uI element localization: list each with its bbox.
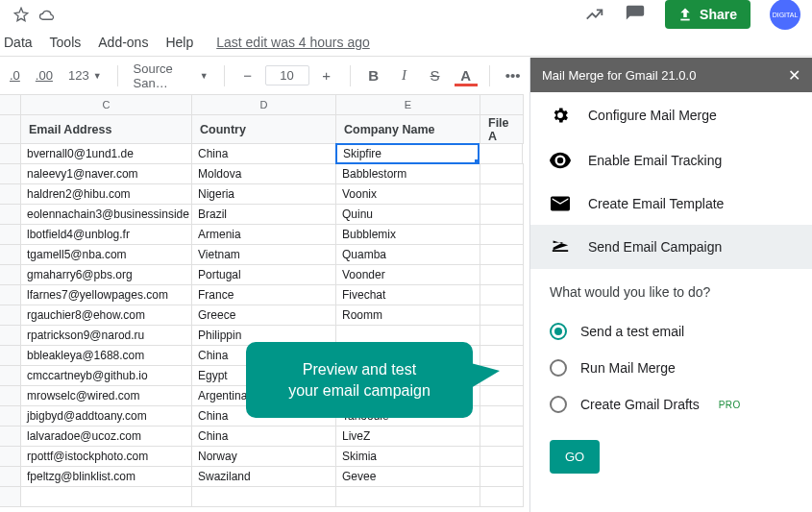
table-row[interactable]: lalvaradoe@ucoz.comChinaLiveZ bbox=[0, 427, 524, 447]
cell-file[interactable] bbox=[480, 285, 524, 305]
cell-country[interactable] bbox=[192, 487, 336, 506]
cell-company[interactable]: Babblestorm bbox=[336, 164, 480, 183]
menu-tools[interactable]: Tools bbox=[50, 35, 82, 50]
cell-company[interactable]: Gevee bbox=[336, 467, 480, 486]
cell-email[interactable]: naleevy1@naver.com bbox=[21, 164, 192, 183]
sidebar-item-template[interactable]: Create Email Template bbox=[530, 183, 812, 225]
avatar[interactable]: DIGITAL bbox=[770, 0, 800, 30]
cell-country[interactable]: China bbox=[192, 144, 336, 163]
cell-file[interactable] bbox=[480, 205, 524, 224]
table-row[interactable]: lfarnes7@yellowpages.comFranceFivechat bbox=[0, 285, 524, 305]
header-country[interactable]: Country bbox=[192, 115, 336, 143]
font-size-field[interactable]: 10 bbox=[265, 65, 309, 85]
cell-company[interactable]: Voonder bbox=[336, 265, 480, 284]
cell-file[interactable] bbox=[480, 427, 524, 446]
cell-company[interactable]: Skimia bbox=[336, 447, 480, 466]
cell-file[interactable] bbox=[480, 305, 524, 325]
cell-country[interactable]: China bbox=[192, 427, 336, 446]
table-row[interactable]: bvernall0@1und1.deChinaSkipfire bbox=[0, 144, 524, 164]
cell-email[interactable] bbox=[21, 487, 192, 506]
cell-company[interactable]: Voonix bbox=[336, 184, 480, 204]
cell-country[interactable]: Vietnam bbox=[192, 245, 336, 264]
cell-file[interactable] bbox=[480, 386, 524, 405]
decimal-increase[interactable]: .00 bbox=[30, 64, 59, 86]
cell-file[interactable] bbox=[480, 144, 523, 163]
cell-company[interactable]: Quinu bbox=[336, 205, 480, 224]
cell-file[interactable] bbox=[480, 164, 524, 183]
cell-email[interactable]: rgauchier8@ehow.com bbox=[21, 305, 192, 325]
sidebar-item-configure[interactable]: Configure Mail Merge bbox=[530, 92, 812, 138]
column-e[interactable]: E bbox=[336, 95, 480, 114]
cell-file[interactable] bbox=[480, 245, 524, 264]
table-row[interactable]: eolennachain3@businessinsideBrazilQuinu bbox=[0, 205, 524, 225]
option-create-drafts[interactable]: Create Gmail Drafts PRO bbox=[550, 386, 793, 423]
table-row[interactable]: rgauchier8@ehow.comGreeceRoomm bbox=[0, 305, 524, 326]
menu-addons[interactable]: Add-ons bbox=[98, 35, 148, 50]
cell-company[interactable]: Roomm bbox=[336, 305, 480, 325]
cell-company[interactable]: LiveZ bbox=[336, 427, 480, 446]
cell-company[interactable]: Skipfire bbox=[335, 143, 480, 164]
cell-file[interactable] bbox=[480, 467, 524, 486]
cell-country[interactable]: France bbox=[192, 285, 336, 305]
strikethrough-button[interactable]: S bbox=[422, 62, 449, 89]
trend-icon[interactable] bbox=[584, 4, 605, 25]
cell-file[interactable] bbox=[480, 225, 524, 244]
cell-email[interactable]: eolennachain3@businessinside bbox=[21, 205, 192, 224]
comments-icon[interactable] bbox=[625, 4, 646, 25]
option-send-test[interactable]: Send a test email bbox=[550, 313, 793, 350]
corner[interactable] bbox=[0, 95, 21, 114]
cell-email[interactable]: haldren2@hibu.com bbox=[21, 184, 192, 204]
column-f[interactable] bbox=[480, 95, 524, 114]
table-row[interactable]: tgamell5@nba.comVietnamQuamba bbox=[0, 245, 524, 265]
more-toolbar-button[interactable]: ••• bbox=[500, 62, 527, 89]
option-run-merge[interactable]: Run Mail Merge bbox=[550, 350, 793, 386]
cell-country[interactable]: Swaziland bbox=[192, 467, 336, 486]
cell-email[interactable]: bbleakleya@1688.com bbox=[21, 346, 192, 365]
cell-file[interactable] bbox=[480, 326, 524, 345]
cell-company[interactable]: Quamba bbox=[336, 245, 480, 264]
menu-help[interactable]: Help bbox=[165, 35, 193, 50]
cell-file[interactable] bbox=[480, 447, 524, 466]
table-row[interactable]: fpeltzg@blinklist.comSwazilandGevee bbox=[0, 467, 524, 487]
column-c[interactable]: C bbox=[21, 95, 192, 114]
cell-company[interactable] bbox=[336, 487, 480, 506]
table-row[interactable]: naleevy1@naver.comMoldovaBabblestorm bbox=[0, 164, 524, 184]
sidebar-item-send[interactable]: Send Email Campaign bbox=[530, 225, 812, 269]
cell-email[interactable]: mrowselc@wired.com bbox=[21, 386, 192, 405]
font-size-decrease[interactable]: − bbox=[234, 62, 261, 89]
table-row[interactable]: gmaharry6@pbs.orgPortugalVoonder bbox=[0, 265, 524, 285]
cell-email[interactable]: bvernall0@1und1.de bbox=[21, 144, 192, 163]
italic-button[interactable]: I bbox=[391, 62, 418, 89]
table-row[interactable]: haldren2@hibu.comNigeriaVoonix bbox=[0, 184, 524, 205]
text-color-button[interactable]: A bbox=[453, 62, 480, 89]
bold-button[interactable]: B bbox=[360, 62, 387, 89]
cell-country[interactable]: Portugal bbox=[192, 265, 336, 284]
last-edit[interactable]: Last edit was 4 hours ago bbox=[216, 35, 370, 50]
go-button[interactable]: GO bbox=[550, 440, 600, 474]
cell-email[interactable]: rpatrickson9@narod.ru bbox=[21, 326, 192, 345]
cell-country[interactable]: Nigeria bbox=[192, 184, 336, 204]
table-row[interactable] bbox=[0, 487, 524, 507]
menu-data[interactable]: Data bbox=[4, 35, 33, 50]
cell-email[interactable]: lalvaradoe@ucoz.com bbox=[21, 427, 192, 446]
cell-file[interactable] bbox=[480, 487, 524, 506]
cell-email[interactable]: jbigbyd@addtoany.com bbox=[21, 406, 192, 426]
cell-file[interactable] bbox=[480, 184, 524, 204]
sidebar-item-tracking[interactable]: Enable Email Tracking bbox=[530, 138, 812, 183]
cell-country[interactable]: Norway bbox=[192, 447, 336, 466]
header-company[interactable]: Company Name bbox=[336, 115, 480, 143]
share-button[interactable]: Share bbox=[665, 0, 750, 29]
cell-email[interactable]: fpeltzg@blinklist.com bbox=[21, 467, 192, 486]
cell-company[interactable]: Bubblemix bbox=[336, 225, 480, 244]
cell-file[interactable] bbox=[480, 265, 524, 284]
cell-country[interactable]: Moldova bbox=[192, 164, 336, 183]
cell-country[interactable]: Brazil bbox=[192, 205, 336, 224]
format-currency[interactable]: 123 ▼ bbox=[62, 64, 108, 86]
cell-country[interactable]: Greece bbox=[192, 305, 336, 325]
spreadsheet-area[interactable]: C D E Email Address Country Company Name… bbox=[0, 94, 524, 512]
cell-email[interactable]: gmaharry6@pbs.org bbox=[21, 265, 192, 284]
header-email[interactable]: Email Address bbox=[21, 115, 192, 143]
cell-country[interactable]: Armenia bbox=[192, 225, 336, 244]
header-file[interactable]: File A bbox=[480, 115, 524, 143]
cell-email[interactable]: lbotfield4@unblog.fr bbox=[21, 225, 192, 244]
